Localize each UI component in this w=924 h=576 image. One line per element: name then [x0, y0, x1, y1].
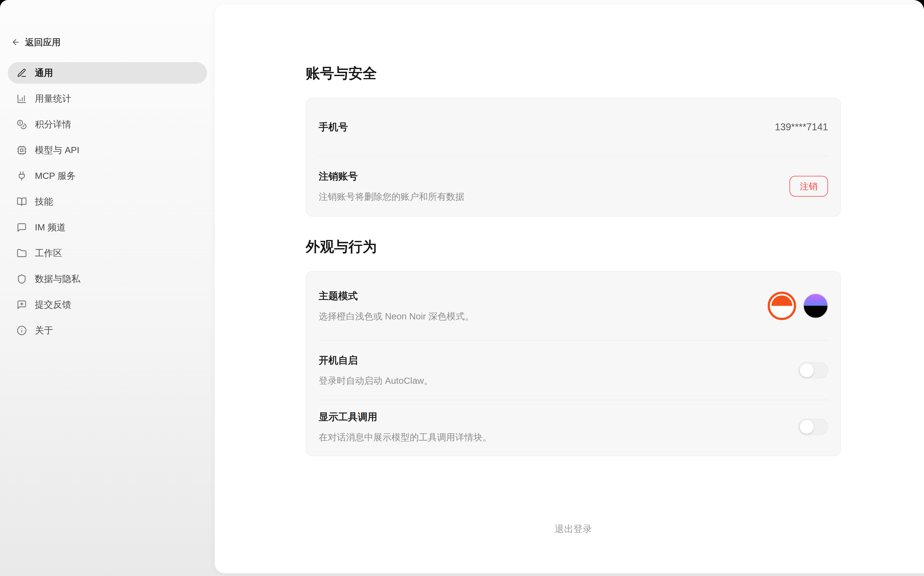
- sidebar-item-general[interactable]: 通用: [8, 62, 207, 84]
- tool-calls-row: 显示工具调用 在对话消息中展示模型的工具调用详情块。: [306, 400, 841, 456]
- account-card: 手机号 139****7141 注销账号 注销账号将删除您的账户和所有数据 注销: [306, 98, 841, 217]
- book-open-icon: [17, 197, 27, 207]
- coins-icon: [17, 119, 27, 130]
- toggle-knob: [800, 420, 814, 434]
- autostart-toggle[interactable]: [798, 362, 828, 378]
- settings-content: 账号与安全 手机号 139****7141 注销账号 注销账号将删除您的账户和所…: [306, 5, 841, 535]
- autostart-text: 开机自启 登录时自动启动 AutoClaw。: [319, 354, 433, 387]
- toggle-knob: [800, 363, 814, 377]
- delete-account-description: 注销账号将删除您的账户和所有数据: [319, 190, 464, 203]
- theme-mode-row: 主题模式 选择橙白浅色或 Neon Noir 深色模式。: [306, 272, 841, 340]
- appearance-card: 主题模式 选择橙白浅色或 Neon Noir 深色模式。: [306, 271, 841, 456]
- tool-calls-description: 在对话消息中展示模型的工具调用详情块。: [319, 431, 492, 443]
- sidebar-item-label: 通用: [35, 67, 53, 79]
- delete-account-button[interactable]: 注销: [789, 176, 828, 197]
- delete-account-row: 注销账号 注销账号将删除您的账户和所有数据 注销: [306, 156, 841, 216]
- section-title-appearance: 外观与行为: [306, 238, 841, 256]
- message-square-icon: [17, 222, 27, 233]
- pen-line-icon: [17, 68, 27, 78]
- section-title-account: 账号与安全: [306, 64, 841, 82]
- bar-chart-icon: [17, 94, 27, 104]
- phone-row: 手机号 139****7141: [306, 98, 841, 156]
- sidebar-item-label: 工作区: [35, 247, 62, 259]
- sidebar-item-label: 模型与 API: [35, 144, 79, 156]
- back-to-app-button[interactable]: 返回应用: [8, 33, 207, 51]
- phone-value: 139****7141: [775, 122, 828, 133]
- phone-label: 手机号: [319, 120, 348, 134]
- theme-dark-swatch[interactable]: [803, 293, 828, 318]
- cpu-icon: [17, 145, 27, 155]
- content-panel: 账号与安全 手机号 139****7141 注销账号 注销账号将删除您的账户和所…: [215, 5, 924, 573]
- sidebar-item-label: 关于: [35, 324, 53, 336]
- logout-button[interactable]: 退出登录: [306, 523, 841, 535]
- autostart-description: 登录时自动启动 AutoClaw。: [319, 374, 433, 387]
- theme-mode-description: 选择橙白浅色或 Neon Noir 深色模式。: [319, 310, 474, 323]
- sidebar-item-about[interactable]: 关于: [8, 320, 207, 341]
- plug-icon: [17, 171, 27, 181]
- tool-calls-title: 显示工具调用: [319, 410, 492, 424]
- settings-window: 返回应用 通用 用量统计 积分详情: [0, 0, 924, 576]
- sidebar-item-label: 数据与隐私: [35, 273, 80, 285]
- sidebar-item-label: 用量统计: [35, 93, 71, 105]
- sidebar-nav: 通用 用量统计 积分详情 模型与 API: [8, 62, 207, 341]
- message-square-plus-icon: [17, 300, 27, 310]
- tool-calls-toggle[interactable]: [798, 419, 828, 435]
- tool-calls-text: 显示工具调用 在对话消息中展示模型的工具调用详情块。: [319, 410, 492, 443]
- sidebar-item-workspace[interactable]: 工作区: [8, 242, 207, 264]
- sidebar-item-data-privacy[interactable]: 数据与隐私: [8, 268, 207, 290]
- sidebar-item-label: IM 频道: [35, 221, 66, 234]
- delete-account-text: 注销账号 注销账号将删除您的账户和所有数据: [319, 170, 464, 203]
- sidebar-item-feedback[interactable]: 提交反馈: [8, 294, 207, 315]
- back-label: 返回应用: [25, 36, 61, 48]
- theme-light-swatch-fill: [772, 296, 792, 316]
- sidebar-item-label: MCP 服务: [35, 170, 76, 182]
- sidebar-item-label: 提交反馈: [35, 299, 71, 311]
- sidebar-item-label: 技能: [35, 195, 53, 208]
- theme-mode-title: 主题模式: [319, 289, 474, 302]
- main-area: 账号与安全 手机号 139****7141 注销账号 注销账号将删除您的账户和所…: [215, 0, 924, 576]
- theme-light-swatch[interactable]: [768, 292, 796, 320]
- sidebar-item-skills[interactable]: 技能: [8, 191, 207, 213]
- sidebar-item-usage-stats[interactable]: 用量统计: [8, 88, 207, 109]
- folder-icon: [17, 248, 27, 258]
- autostart-row: 开机自启 登录时自动启动 AutoClaw。: [306, 341, 841, 400]
- sidebar-item-credits[interactable]: 积分详情: [8, 114, 207, 135]
- sidebar-item-mcp-services[interactable]: MCP 服务: [8, 165, 207, 187]
- arrow-left-icon: [11, 38, 20, 46]
- sidebar-item-im-channels[interactable]: IM 频道: [8, 217, 207, 238]
- autostart-title: 开机自启: [319, 354, 433, 367]
- delete-account-title: 注销账号: [319, 170, 464, 183]
- info-icon: [17, 325, 27, 336]
- theme-mode-text: 主题模式 选择橙白浅色或 Neon Noir 深色模式。: [319, 289, 474, 323]
- sidebar-item-models-api[interactable]: 模型与 API: [8, 139, 207, 161]
- sidebar-item-label: 积分详情: [35, 118, 71, 131]
- shield-icon: [17, 274, 27, 284]
- sidebar: 返回应用 通用 用量统计 积分详情: [0, 0, 215, 576]
- theme-swatches: [768, 292, 828, 320]
